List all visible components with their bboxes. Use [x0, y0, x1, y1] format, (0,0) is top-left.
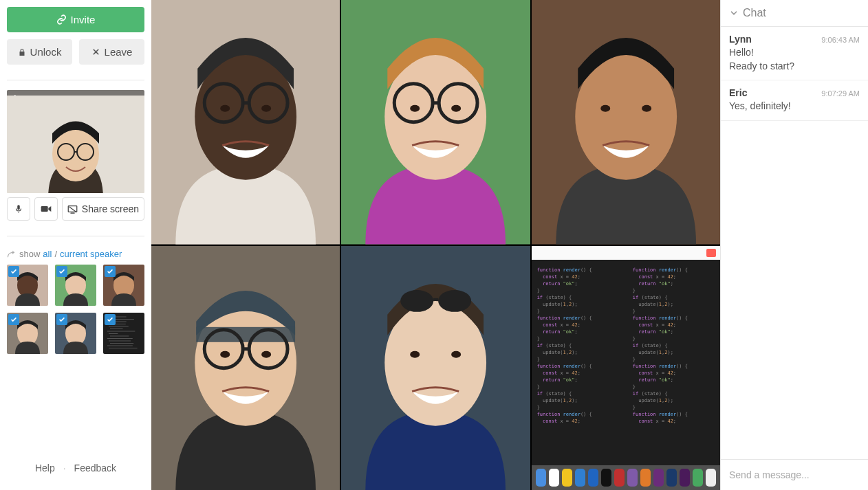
- checkmark-icon: [8, 314, 19, 325]
- camera-icon: [41, 205, 52, 213]
- participant-video-tile[interactable]: [341, 246, 530, 491]
- dot-separator: ·: [63, 463, 66, 474]
- checkmark-icon: [105, 266, 116, 277]
- shared-screen-tile[interactable]: function render() { const x = 42; return…: [532, 246, 720, 491]
- divider: [7, 80, 144, 80]
- share-screen-button[interactable]: Share screen: [62, 197, 144, 221]
- svg-point-60: [401, 289, 434, 311]
- lock-icon: [18, 47, 26, 57]
- divider: [7, 236, 144, 236]
- participant-thumbnail[interactable]: [103, 313, 144, 354]
- show-separator: /: [54, 249, 57, 259]
- chat-messages: Lynn 9:06:43 AM Hello! Ready to start? E…: [721, 27, 868, 459]
- participant-video-tile[interactable]: [532, 0, 720, 245]
- video-grid: function render() { const x = 42; return…: [151, 0, 720, 490]
- view-mode-toggle: show all / current speaker: [7, 249, 144, 259]
- participant-thumbnail[interactable]: [7, 313, 48, 354]
- microphone-icon: [14, 203, 23, 214]
- chat-header[interactable]: Chat: [721, 0, 868, 27]
- unlock-button[interactable]: Unlock: [7, 39, 72, 65]
- participant-video-tile[interactable]: [151, 0, 340, 245]
- chevron-down-icon: [729, 8, 739, 18]
- participant-video-tile[interactable]: [151, 246, 340, 491]
- screen-share-icon: [67, 205, 78, 214]
- checkmark-icon: [56, 266, 67, 277]
- chat-message: Lynn 9:06:43 AM Hello! Ready to start?: [721, 27, 868, 80]
- participant-video-tile[interactable]: [341, 0, 530, 245]
- svg-point-35: [261, 105, 271, 112]
- checkmark-icon: [105, 314, 116, 325]
- link-icon: [56, 14, 67, 25]
- chat-title: Chat: [743, 7, 766, 19]
- participant-thumbnail[interactable]: [55, 265, 96, 306]
- checkmark-icon: [56, 314, 67, 325]
- svg-point-64: [451, 350, 461, 357]
- leave-button[interactable]: Leave: [79, 39, 144, 65]
- svg-point-63: [411, 350, 420, 357]
- message-body: Hello! Ready to start?: [729, 46, 860, 73]
- participant-thumbnail[interactable]: [7, 265, 48, 306]
- help-link[interactable]: Help: [35, 463, 55, 474]
- svg-rect-5: [41, 206, 48, 212]
- participant-thumbnail[interactable]: [103, 265, 144, 306]
- footer-links: Help · Feedback: [7, 453, 144, 483]
- leave-icon: [91, 47, 100, 56]
- show-label: show: [19, 249, 40, 259]
- svg-point-48: [600, 105, 610, 112]
- svg-point-41: [411, 105, 420, 112]
- participant-thumbnails: [7, 265, 144, 354]
- leave-label: Leave: [105, 46, 133, 58]
- chat-panel: Chat Lynn 9:06:43 AM Hello! Ready to sta…: [720, 0, 868, 490]
- svg-point-53: [220, 350, 230, 357]
- svg-point-49: [642, 105, 651, 112]
- unlock-label: Unlock: [30, 46, 62, 58]
- participant-thumbnail[interactable]: [55, 313, 96, 354]
- curved-arrow-icon: [7, 250, 17, 258]
- sidebar: Invite Unlock Leave Lynn: [0, 0, 151, 490]
- chat-message-input[interactable]: [729, 469, 860, 480]
- feedback-link[interactable]: Feedback: [74, 463, 116, 474]
- svg-point-34: [220, 105, 230, 112]
- invite-button[interactable]: Invite: [7, 7, 144, 32]
- message-timestamp: 9:06:43 AM: [821, 36, 860, 44]
- svg-point-42: [451, 105, 461, 112]
- share-screen-label: Share screen: [82, 203, 139, 214]
- message-body: Yes, definitely!: [729, 100, 860, 113]
- message-timestamp: 9:07:29 AM: [821, 89, 860, 98]
- chat-message: Eric 9:07:29 AM Yes, definitely!: [721, 80, 868, 121]
- svg-point-61: [438, 289, 471, 311]
- invite-label: Invite: [71, 14, 96, 25]
- show-current-speaker-link[interactable]: current speaker: [60, 249, 122, 259]
- show-all-link[interactable]: all: [43, 249, 52, 259]
- message-author: Lynn: [729, 34, 752, 45]
- self-video: Lynn: [7, 90, 144, 193]
- toggle-camera-button[interactable]: [34, 197, 58, 221]
- mute-mic-button[interactable]: [7, 197, 30, 221]
- checkmark-icon: [8, 266, 19, 277]
- chat-input-container: [721, 459, 868, 490]
- macos-dock: [532, 465, 720, 490]
- svg-point-54: [261, 350, 271, 357]
- message-author: Eric: [729, 87, 747, 98]
